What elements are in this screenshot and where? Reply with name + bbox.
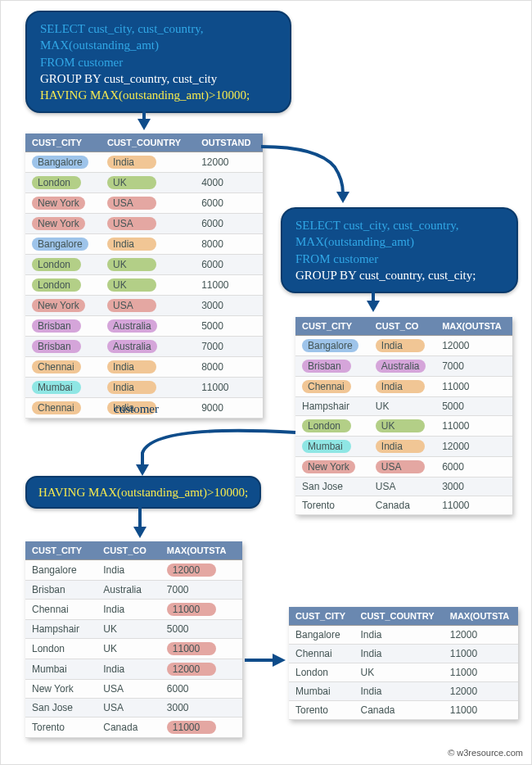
table-row: BrisbanAustralia7000 — [25, 337, 263, 357]
table-row: ChennaiIndia11000 — [289, 645, 518, 663]
col-header: CUST_CO — [369, 317, 435, 336]
table-row: BrisbanAustralia7000 — [25, 581, 242, 600]
col-header: CUST_COUNTRY — [101, 134, 195, 152]
col-header: MAX(OUTSTA — [444, 607, 518, 626]
col-header: MAX(OUTSTA — [160, 541, 242, 560]
table-row: San JoseUSA3000 — [295, 478, 512, 496]
arrow-down-icon — [128, 507, 152, 540]
table-row: San JoseUSA3000 — [25, 699, 242, 717]
table-having: CUST_CITY CUST_CO MAX(OUTSTA BangaloreIn… — [25, 541, 242, 738]
svg-marker-5 — [136, 464, 149, 476]
col-header: CUST_CITY — [25, 541, 97, 560]
sql-line: HAVING MAX(outstanding_amt)>10000; — [38, 486, 248, 499]
table-caption: customer — [114, 402, 159, 416]
col-header: CUST_COUNTRY — [354, 607, 443, 626]
arrow-right-icon — [245, 648, 287, 672]
svg-marker-1 — [138, 119, 151, 130]
col-header: CUST_CITY — [25, 134, 101, 152]
sql-line: FROM customer — [40, 56, 123, 69]
sql-box-2: SELECT cust_city, cust_country, MAX(outs… — [281, 207, 518, 293]
table-row: LondonUK4000 — [25, 173, 263, 193]
table-row: BrisbanAustralia5000 — [25, 316, 263, 337]
table-row: New YorkUSA3000 — [25, 296, 263, 316]
sql-line: MAX(outstanding_amt) — [40, 38, 159, 52]
table-row: BangaloreIndia8000 — [25, 234, 263, 255]
sql-line: GROUP BY cust_country, cust_city; — [295, 269, 476, 282]
table-row: HampshairUK5000 — [295, 397, 512, 416]
sql-box-3: HAVING MAX(outstanding_amt)>10000; — [25, 476, 261, 509]
table-final: CUST_CITY CUST_COUNTRY MAX(OUTSTA Bangal… — [289, 607, 518, 720]
table-customer: CUST_CITY CUST_COUNTRY OUTSTAND Bangalor… — [25, 134, 263, 419]
table-row: LondonUK11000 — [289, 663, 518, 682]
table-row: LondonUK11000 — [25, 639, 242, 659]
col-header: CUST_CITY — [289, 607, 354, 626]
table-row: LondonUK11000 — [295, 416, 512, 437]
table-row: ChennaiIndia8000 — [25, 357, 263, 378]
svg-marker-7 — [133, 527, 147, 538]
sql-line: GROUP BY cust_country, cust_city — [40, 72, 217, 85]
sql-line: HAVING MAX(outstanding_amt)>10000; — [40, 88, 250, 102]
table-row: BangaloreIndia12000 — [295, 336, 512, 356]
col-header: MAX(OUTSTA — [435, 317, 512, 336]
table-row: LondonUK6000 — [25, 255, 263, 275]
sql-line: SELECT cust_city, cust_country, — [40, 22, 203, 35]
table-row: LondonUK11000 — [25, 275, 263, 296]
svg-marker-4 — [367, 301, 380, 312]
table-row: BangaloreIndia12000 — [25, 560, 242, 581]
table-row: TorentoCanada11000 — [295, 496, 512, 515]
svg-marker-2 — [336, 192, 349, 203]
sql-box-1: SELECT cust_city, cust_country, MAX(outs… — [25, 11, 291, 113]
credit-text: © w3resource.com — [448, 748, 523, 758]
sql-line: FROM customer — [295, 252, 378, 265]
arrow-right-icon — [261, 143, 351, 208]
table-row: BangaloreIndia12000 — [289, 626, 518, 645]
table-groupby: CUST_CITY CUST_CO MAX(OUTSTA BangaloreIn… — [295, 317, 512, 515]
table-row: ChennaiIndia11000 — [25, 600, 242, 620]
table-row: New YorkUSA6000 — [25, 193, 263, 214]
table-row: MumbaiIndia11000 — [25, 378, 263, 398]
sql-line: MAX(outstanding_amt) — [295, 235, 414, 248]
table-row: TorentoCanada11000 — [289, 701, 518, 720]
sql-line: SELECT cust_city, cust_country, — [295, 219, 458, 232]
table-row: MumbaiIndia12000 — [25, 659, 242, 680]
col-header: OUTSTAND — [195, 134, 263, 152]
table-row: BrisbanAustralia7000 — [295, 356, 512, 377]
table-row: TorentoCanada11000 — [25, 717, 242, 738]
table-row: New YorkUSA6000 — [295, 457, 512, 478]
svg-marker-9 — [273, 654, 286, 667]
table-row: New YorkUSA6000 — [25, 214, 263, 234]
table-row: ChennaiIndia11000 — [295, 377, 512, 397]
table-row: HampshairUK5000 — [25, 620, 242, 639]
col-header: CUST_CITY — [295, 317, 369, 336]
table-row: MumbaiIndia12000 — [289, 682, 518, 701]
table-row: MumbaiIndia12000 — [295, 437, 512, 457]
col-header: CUST_CO — [97, 541, 160, 560]
table-row: New YorkUSA6000 — [25, 680, 242, 699]
table-row: BangaloreIndia12000 — [25, 152, 263, 173]
